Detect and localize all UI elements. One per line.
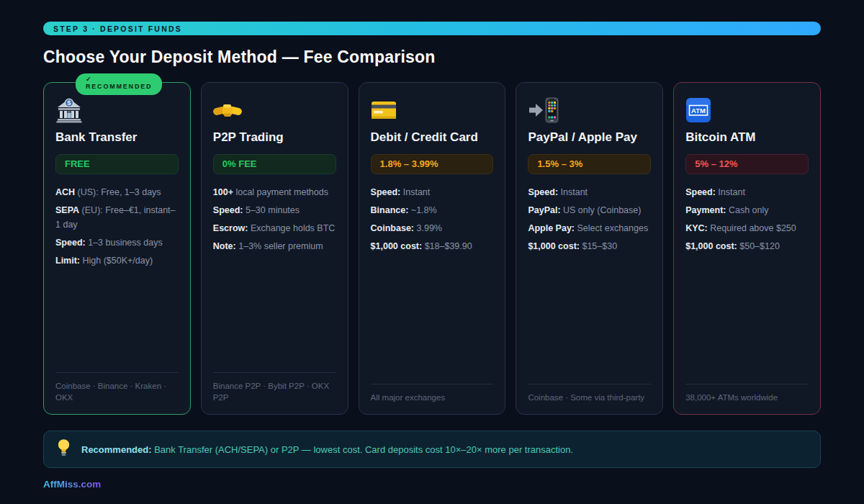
detail-value: local payment methods — [233, 187, 328, 197]
card-footer-exchanges: 38,000+ ATMs worldwide — [685, 384, 809, 404]
recommendation-text: Recommended: Bank Transfer (ACH/SEPA) or… — [81, 444, 573, 455]
detail-label: PayPal: — [528, 205, 560, 215]
detail-label: $1,000 cost: — [528, 241, 580, 251]
detail-value: Instant — [400, 187, 430, 197]
detail-label: SEPA — [55, 205, 79, 215]
card-details: Speed: Instant Binance: ~1.8% Coinbase: … — [371, 185, 494, 257]
detail-value: Exchange holds BTC — [248, 223, 335, 233]
check-icon: ✓ — [86, 76, 152, 83]
recommended-label: RECOMMENDED — [86, 83, 152, 91]
card-details: ACH (US): Free, 1–3 days SEPA (EU): Free… — [55, 185, 179, 271]
detail-value: High ($50K+/day) — [80, 256, 153, 266]
phone-arrow-icon — [528, 95, 651, 125]
svg-text:$: $ — [67, 99, 71, 107]
card-footer-exchanges: Coinbase · Some via third-party — [528, 384, 651, 404]
detail-value: Select exchanges — [575, 223, 648, 233]
detail-value: Cash only — [726, 205, 768, 215]
detail-row: Escrow: Exchange holds BTC — [213, 221, 336, 235]
brand-link[interactable]: AffMiss.com — [43, 479, 101, 490]
recommended-badge: ✓ RECOMMENDED — [76, 73, 162, 95]
detail-row: 100+ local payment methods — [213, 185, 336, 199]
card-bank-transfer[interactable]: ✓ RECOMMENDED $ — [43, 82, 191, 415]
detail-row: Speed: Instant — [685, 185, 809, 199]
detail-row: Apple Pay: Select exchanges — [528, 221, 651, 235]
fee-badge: 0% FEE — [213, 154, 336, 174]
detail-label: Coinbase: — [371, 223, 414, 233]
step-banner-label: STEP 3 · DEPOSIT FUNDS — [53, 24, 182, 33]
detail-row: Note: 1–3% seller premium — [213, 239, 336, 253]
recommendation-label: Recommended: — [81, 444, 152, 455]
handshake-icon — [213, 95, 336, 125]
detail-label: Escrow: — [213, 223, 248, 233]
card-title: PayPal / Apple Pay — [528, 130, 651, 145]
detail-value: 5–30 minutes — [243, 205, 300, 215]
card-title: Bank Transfer — [55, 130, 179, 145]
page: STEP 3 · DEPOSIT FUNDS Choose Your Depos… — [0, 0, 864, 490]
detail-label: Limit: — [55, 256, 80, 266]
detail-label: Apple Pay: — [528, 223, 575, 233]
detail-label: Note: — [213, 241, 236, 251]
detail-value: US only (Coinbase) — [561, 205, 642, 215]
card-footer-exchanges: Coinbase · Binance · Kraken · OKX — [55, 372, 179, 404]
atm-icon: ATM — [685, 95, 809, 125]
detail-label: Payment: — [685, 205, 726, 215]
credit-card-icon — [371, 95, 494, 125]
detail-row: ACH (US): Free, 1–3 days — [55, 185, 179, 199]
detail-row: $1,000 cost: $18–$39.90 — [371, 239, 494, 253]
card-p2p-trading[interactable]: P2P Trading 0% FEE 100+ local payment me… — [201, 82, 348, 415]
detail-row: Limit: High ($50K+/day) — [55, 253, 179, 268]
detail-value: (US): Free, 1–3 days — [75, 187, 161, 197]
detail-row: $1,000 cost: $15–$30 — [528, 239, 651, 253]
detail-label: $1,000 cost: — [685, 241, 737, 251]
detail-row: Speed: Instant — [371, 185, 494, 199]
detail-label: Speed: — [55, 238, 86, 248]
detail-value: Instant — [558, 187, 588, 197]
detail-label: KYC: — [685, 223, 708, 233]
card-bitcoin-atm[interactable]: ATM Bitcoin ATM 5% – 12% Speed: Instant … — [673, 82, 821, 415]
recommendation-banner: Recommended: Bank Transfer (ACH/SEPA) or… — [43, 431, 821, 468]
detail-value: $15–$30 — [580, 241, 617, 251]
card-details: Speed: Instant Payment: Cash only KYC: R… — [685, 185, 809, 257]
detail-row: $1,000 cost: $50–$120 — [685, 239, 809, 253]
detail-row: PayPal: US only (Coinbase) — [528, 203, 651, 217]
card-details: 100+ local payment methods Speed: 5–30 m… — [213, 185, 336, 257]
card-details: Speed: Instant PayPal: US only (Coinbase… — [528, 185, 651, 257]
lightbulb-icon — [57, 438, 71, 460]
fee-badge: 1.5% – 3% — [528, 154, 651, 174]
detail-row: Binance: ~1.8% — [371, 203, 494, 217]
detail-value: $50–$120 — [737, 241, 780, 251]
card-title: Bitcoin ATM — [685, 130, 809, 145]
card-footer-exchanges: Binance P2P · Bybit P2P · OKX P2P — [213, 372, 336, 404]
detail-label: Speed: — [213, 205, 243, 215]
bank-icon: $ — [55, 95, 179, 125]
detail-row: KYC: Required above $250 — [685, 221, 809, 235]
deposit-method-cards: ✓ RECOMMENDED $ — [43, 82, 821, 415]
detail-label: Speed: — [371, 187, 401, 197]
detail-row: Speed: 1–3 business days — [55, 235, 179, 250]
detail-label: 100+ — [213, 187, 233, 197]
fee-badge: 1.8% – 3.99% — [371, 154, 494, 174]
svg-text:ATM: ATM — [691, 107, 706, 114]
card-title: Debit / Credit Card — [371, 130, 494, 145]
detail-row: Coinbase: 3.99% — [371, 221, 494, 235]
detail-row: Payment: Cash only — [685, 203, 809, 217]
detail-label: Binance: — [371, 205, 409, 215]
fee-badge: 5% – 12% — [685, 154, 809, 174]
fee-badge: FREE — [55, 154, 179, 174]
detail-label: ACH — [55, 187, 75, 197]
detail-value: ~1.8% — [408, 205, 436, 215]
recommendation-body: Bank Transfer (ACH/SEPA) or P2P — lowest… — [152, 444, 574, 455]
card-title: P2P Trading — [213, 130, 336, 145]
detail-row: Speed: 5–30 minutes — [213, 203, 336, 217]
detail-value: Required above $250 — [708, 223, 796, 233]
detail-label: Speed: — [685, 187, 716, 197]
detail-value: 3.99% — [414, 223, 442, 233]
detail-value: 1–3% seller premium — [236, 241, 323, 251]
card-debit-credit-card[interactable]: Debit / Credit Card 1.8% – 3.99% Speed: … — [359, 82, 506, 415]
card-paypal-apple-pay[interactable]: PayPal / Apple Pay 1.5% – 3% Speed: Inst… — [516, 82, 663, 415]
detail-label: Speed: — [528, 187, 558, 197]
detail-value: 1–3 business days — [86, 238, 163, 248]
card-footer-exchanges: All major exchanges — [371, 384, 494, 404]
detail-row: SEPA (EU): Free–€1, instant–1 day — [55, 203, 179, 232]
detail-row: Speed: Instant — [528, 185, 651, 199]
